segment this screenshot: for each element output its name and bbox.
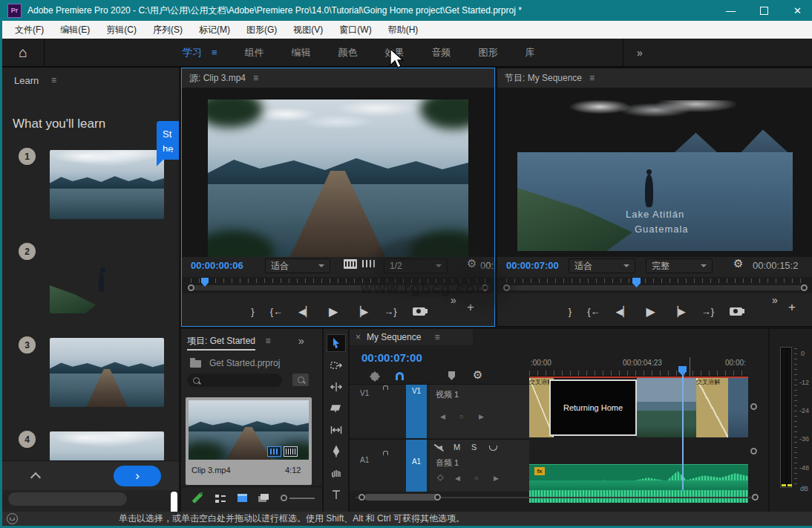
audio-keyframe-dot-icon[interactable]: ○ <box>474 475 478 482</box>
list-view-icon[interactable] <box>215 495 226 503</box>
learn-step-1-thumbnail[interactable] <box>50 150 164 219</box>
clip-audio-badge-icon[interactable] <box>284 446 298 457</box>
audio-track-source-id[interactable]: A1 <box>360 456 369 464</box>
program-export-frame-icon[interactable] <box>730 307 742 316</box>
add-marker-icon[interactable] <box>448 371 455 380</box>
workspace-tab-color[interactable]: 颜色 <box>338 46 358 59</box>
solo-track-button[interactable]: S <box>471 443 477 452</box>
program-add-button-icon[interactable]: + <box>788 300 796 315</box>
selection-tool[interactable] <box>327 334 346 352</box>
maximize-button[interactable] <box>747 0 781 21</box>
source-step-back-icon[interactable]: ◀▏ <box>298 306 313 317</box>
sequence-tab[interactable]: × My Sequence ≡ <box>350 329 473 345</box>
ripple-edit-tool[interactable] <box>327 379 345 395</box>
program-scrubber[interactable] <box>497 277 812 293</box>
program-goto-in-icon[interactable]: {← <box>587 306 600 317</box>
audio-track-target-a1[interactable]: A1 <box>406 440 427 492</box>
menu-edit[interactable]: 编辑(E) <box>52 21 98 39</box>
learn-horizontal-scrollbar[interactable] <box>8 492 127 506</box>
project-search-bin-button[interactable] <box>292 374 309 386</box>
project-overflow-icon[interactable]: » <box>298 335 304 347</box>
workspace-tab-assembly[interactable]: 组件 <box>245 46 264 59</box>
audio-prev-keyframe-icon[interactable]: ◀ <box>455 475 460 482</box>
track-scroll-knob-bottom[interactable] <box>750 448 757 454</box>
video-prev-keyframe-icon[interactable]: ◀ <box>440 413 445 420</box>
learn-panel-menu-icon[interactable]: ≡ <box>51 75 56 85</box>
project-clip-card[interactable]: Clip 3.mp4 4:12 <box>186 397 312 485</box>
video-next-keyframe-icon[interactable]: ▶ <box>479 413 484 420</box>
audio-clip-lower-strip[interactable] <box>529 480 748 490</box>
menu-graphics[interactable]: 图形(G) <box>238 21 285 39</box>
close-button[interactable]: ✕ <box>781 0 812 21</box>
source-export-frame-icon[interactable] <box>413 307 425 316</box>
icon-view-icon[interactable] <box>238 494 247 502</box>
thumbnail-zoom-slider-handle[interactable] <box>281 495 287 501</box>
source-timecode[interactable]: 00:00:00:06 <box>191 260 243 271</box>
source-step-forward-icon[interactable]: ▕▶ <box>353 306 368 317</box>
timeline-hscroll-mid-knob[interactable] <box>434 494 441 501</box>
program-play-button[interactable]: ▶ <box>646 304 655 319</box>
drag-video-icon[interactable] <box>344 259 357 269</box>
menu-view[interactable]: 视图(V) <box>285 21 331 39</box>
pen-tool[interactable] <box>327 443 345 460</box>
video-keyframe-dot-icon[interactable]: ○ <box>459 413 463 420</box>
workspace-overflow-icon[interactable]: » <box>623 39 643 66</box>
project-file-name[interactable]: Get Started.prproj <box>209 358 280 368</box>
menu-help[interactable]: 帮助(H) <box>380 21 427 39</box>
workspace-tab-learn[interactable]: 学习 <box>183 46 202 59</box>
program-timecode[interactable]: 00:00:07:00 <box>506 260 559 271</box>
mute-track-button[interactable]: M <box>454 443 460 452</box>
menu-window[interactable]: 窗口(W) <box>331 21 379 39</box>
nest-sequence-icon[interactable] <box>369 371 382 383</box>
video-track-target-v1[interactable]: V1 <box>406 385 427 438</box>
hand-tool[interactable] <box>327 465 345 481</box>
program-fit-dropdown[interactable]: 适合 <box>569 258 635 273</box>
timeline-hscroll-right-knob[interactable] <box>752 494 759 501</box>
learn-step-4-thumbnail[interactable] <box>50 431 164 461</box>
keyframe-diamond-icon[interactable]: ◇ <box>437 472 443 482</box>
program-step-forward-icon[interactable]: ▕▶ <box>671 306 686 317</box>
clip-video-badge-icon[interactable] <box>267 446 281 457</box>
program-scrub-right-handle[interactable] <box>801 284 808 291</box>
learn-step-3-thumbnail[interactable] <box>50 338 164 407</box>
program-quality-dropdown[interactable]: 完整 <box>646 258 713 273</box>
timeline-ruler[interactable]: :00:00 00:00:04:23 00:00: <box>529 357 748 377</box>
thumbnail-zoom-slider[interactable] <box>289 498 315 499</box>
program-step-back-icon[interactable]: ◀▏ <box>616 306 631 317</box>
source-goto-in-icon[interactable]: {← <box>270 306 283 317</box>
snap-magnet-icon[interactable] <box>396 372 404 380</box>
sequence-tab-close-icon[interactable]: × <box>356 332 361 342</box>
track-scroll-knob-top[interactable] <box>750 403 757 410</box>
audio-track-name[interactable]: 音频 1 <box>436 457 459 469</box>
menu-clip[interactable]: 剪辑(C) <box>98 21 145 39</box>
video-clip-3[interactable] <box>728 378 748 437</box>
next-step-button[interactable]: › <box>114 466 161 486</box>
workspace-tab-graphics[interactable]: 图形 <box>479 46 498 59</box>
project-tab[interactable]: 项目: Get Started ≡ <box>187 335 270 348</box>
workspace-tab-audio[interactable]: 音频 <box>432 46 451 59</box>
freeform-view-icon[interactable] <box>258 494 269 502</box>
video-clip-2[interactable] <box>637 378 696 437</box>
transition-clip-2[interactable]: 交叉溶解 <box>696 378 728 437</box>
workspace-tab-editing[interactable]: 编辑 <box>292 46 311 59</box>
source-mark-out-icon[interactable]: } <box>251 306 254 317</box>
slip-tool[interactable] <box>327 422 345 438</box>
timeline-timecode[interactable]: 00:00:07:00 <box>361 351 422 364</box>
timeline-settings-wrench-icon[interactable]: ⚙ <box>473 368 482 382</box>
source-goto-out-icon[interactable]: →} <box>384 306 396 317</box>
menu-marker[interactable]: 标记(M) <box>191 21 238 39</box>
audio-next-keyframe-icon[interactable]: ▶ <box>494 475 499 482</box>
home-button[interactable]: ⌂ <box>2 39 45 66</box>
project-search-input[interactable] <box>187 374 282 387</box>
menu-file[interactable]: 文件(F) <box>7 21 52 39</box>
razor-tool[interactable] <box>327 400 345 417</box>
project-panel-menu-icon[interactable]: ≡ <box>265 336 270 346</box>
video-track-source-id[interactable]: V1 <box>360 389 369 397</box>
program-mark-out-icon[interactable]: } <box>569 306 572 317</box>
source-fit-dropdown[interactable]: 适合 <box>265 258 330 273</box>
timeline-hscroll-left-knob[interactable] <box>358 494 365 501</box>
workspace-tab-effects[interactable]: 效果 <box>385 46 405 59</box>
video-track-name[interactable]: 视频 1 <box>436 389 459 400</box>
timeline-playhead-line[interactable] <box>682 366 684 490</box>
source-panel-menu-icon[interactable]: ≡ <box>253 73 258 83</box>
